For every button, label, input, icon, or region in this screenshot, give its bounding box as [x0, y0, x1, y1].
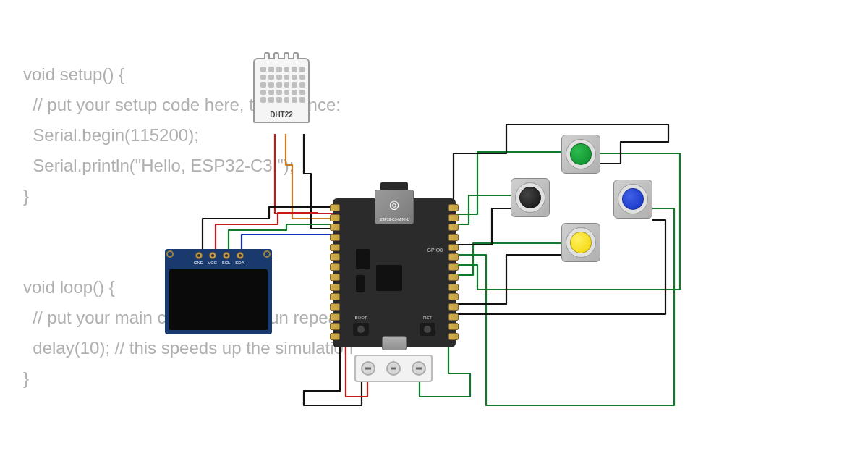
esp32-pins-left: [330, 204, 340, 340]
background-code: void setup() { // put your setup code he…: [23, 59, 379, 394]
terminal-block[interactable]: [354, 355, 433, 382]
esp32-shield: ◎ ESP32-C3-MINI-1: [375, 190, 414, 224]
gpio8-label: GPIO8: [427, 248, 443, 253]
usb-port: [382, 336, 407, 350]
button-yellow[interactable]: [561, 223, 600, 262]
oled-screen: [169, 269, 268, 330]
oled-display[interactable]: GND VCC SCL SDA: [165, 249, 272, 334]
button-black[interactable]: [511, 178, 550, 217]
boot-button[interactable]: BOOT: [353, 323, 369, 336]
dht22-label: DHT22: [255, 111, 308, 119]
button-blue[interactable]: [613, 180, 652, 219]
esp32-board[interactable]: ◎ ESP32-C3-MINI-1 GPIO8 BOOT RST: [333, 198, 456, 347]
esp32-pins-right: [448, 204, 459, 340]
dht22-sensor[interactable]: DHT22: [253, 58, 310, 134]
button-green[interactable]: [561, 135, 600, 174]
oled-pin-labels: GND VCC SCL SDA: [193, 261, 245, 265]
rst-button[interactable]: RST: [420, 323, 435, 336]
